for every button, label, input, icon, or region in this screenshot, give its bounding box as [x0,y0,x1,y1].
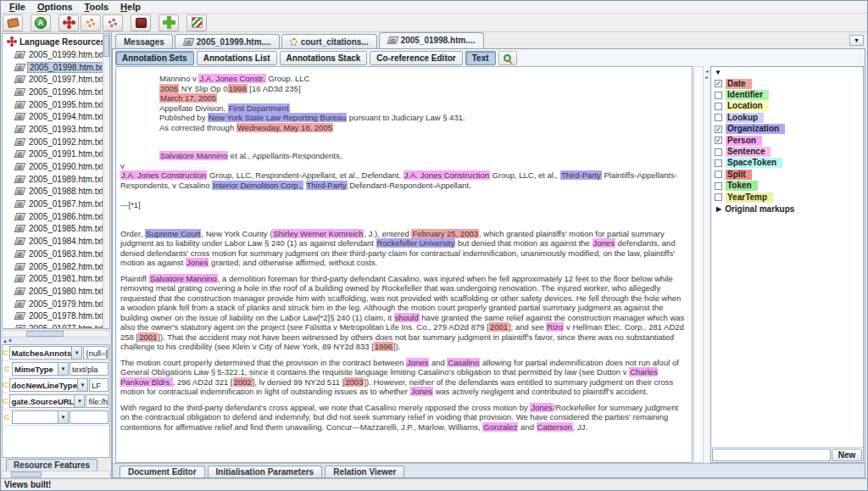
person-annotation[interactable]: Jones [410,387,433,396]
resources-tree[interactable]: Language Resources G2005_01999.htm.txtG2… [2,33,110,329]
person-annotation[interactable]: Jones [406,358,429,367]
organization-annotation[interactable]: Interior Demolition Corp., [212,181,303,190]
new-set-button[interactable]: New [832,449,862,461]
tree-item-2005_01986-htm-txt[interactable]: G2005_01986.htm.txt [3,210,109,223]
type-checkbox[interactable] [715,148,722,156]
tree-item-2005_01994-htm-txt[interactable]: G2005_01994.htm.txt [3,110,109,123]
person-annotation[interactable]: Catterson [537,422,573,432]
date-annotation[interactable]: Wednesday, May 18, 2005 [236,123,333,132]
tab-messages[interactable]: Messages [115,34,173,48]
gate-icon[interactable] [3,14,23,31]
person-annotation[interactable]: Rizo [546,322,564,332]
annotation-type-lookup[interactable]: Lookup [714,112,863,123]
person-annotation[interactable]: Jones [186,258,209,267]
tree-item-2005_01984-htm-txt[interactable]: G2005_01984.htm.txt [3,235,109,248]
tab-relation-viewer[interactable]: Relation Viewer [325,466,404,477]
tree-item-2005_01991-htm-txt[interactable]: G2005_01991.htm.txt [3,148,109,161]
tree-item-2005_01992-htm-txt[interactable]: G2005_01992.htm.txt [3,136,109,148]
annotation-type-location[interactable]: Location [714,101,863,112]
person-annotation[interactable]: J.A. Jones Constr. [198,74,265,83]
plugin-manager-icon[interactable] [159,14,179,31]
annotation-set-expander[interactable]: ▼ [711,67,863,78]
tree-item-2005_01995-htm-txt[interactable]: G2005_01995.htm.txt [3,98,109,111]
original-markups-expander[interactable]: ▶Original markups [714,203,863,215]
annotation-type-person[interactable]: ✓Person [714,135,863,146]
document-text-area[interactable]: Mannino v J.A. Jones Constr. Group, LLC2… [115,66,693,463]
organization-annotation[interactable]: Supreme Court [145,229,201,238]
feature-name-combo[interactable]: MimeType▼ [12,362,69,376]
organization-annotation[interactable]: Third-Party [306,181,348,190]
person-annotation[interactable]: Gonzalez [482,422,518,432]
type-checkbox[interactable]: ✓ [715,80,722,87]
type-checkbox[interactable] [715,114,722,121]
annotation-type-yeartemp[interactable]: YearTemp [714,192,863,203]
tree-item-2005_01983-htm-txt[interactable]: G2005_01983.htm.txt [3,248,109,260]
person-annotation[interactable]: Casalino [447,358,480,367]
person-annotation[interactable]: J.A. Jones Construction [120,170,207,180]
tab-overflow-dropdown[interactable]: ▼ [849,35,864,46]
type-checkbox[interactable] [715,193,722,201]
date-annotation[interactable]: 2001 [138,332,158,342]
date-annotation[interactable]: 2003 [344,377,364,387]
annotation-type-date[interactable]: ✓Date [714,78,863,89]
menu-help[interactable]: Help [114,2,147,12]
annotation-type-sentence[interactable]: Sentence [714,146,863,157]
menu-options[interactable]: Options [31,2,79,12]
type-checkbox[interactable] [715,103,722,110]
annotation-diff-icon[interactable] [186,14,207,31]
date-annotation[interactable]: 1998 [228,84,248,93]
processing-resource-icon[interactable] [81,14,101,31]
annotation-type-split[interactable]: Split [714,169,863,180]
tab-resource-features[interactable]: Resource Features [6,459,97,471]
annotation-panel-splitter[interactable]: ◂▸ [704,66,710,463]
person-annotation[interactable]: Jones [530,403,553,412]
date-annotation[interactable]: 2005 [159,84,179,93]
tree-item-2005_01996-htm-txt[interactable]: G2005_01996.htm.txt [3,86,109,98]
feature-name-combo[interactable]: gate.SourceURL▼ [9,394,86,408]
feature-value-field[interactable]: LF [89,378,108,392]
organization-annotation[interactable]: First Department [228,103,290,113]
annotation-type-organization[interactable]: ✓Organization [714,124,863,135]
menu-tools[interactable]: Tools [79,2,115,12]
tab-2005_01998-htm-[interactable]: G2005_01998.htm.... [379,32,484,48]
tab-initialisation-parameters[interactable]: Initialisation Parameters [208,466,323,477]
tree-item-2005_01978-htm-txt[interactable]: G2005_01978.htm.txt [3,310,109,322]
menu-file[interactable]: File [3,2,31,12]
type-checkbox[interactable] [715,159,722,167]
person-annotation[interactable]: should [394,313,420,322]
annotations-stack-button[interactable]: Annotations Stack [280,51,368,65]
tab-2005_01999-htm-[interactable]: G2005_01999.htm.... [175,34,280,48]
feature-value-field[interactable]: {null=[ [83,346,108,360]
date-annotation[interactable]: March 17, 2005 [159,93,217,103]
features-horizontal-scrollbar[interactable] [2,471,110,478]
tree-item-2005_01999-htm-txt[interactable]: G2005_01999.htm.txt [3,48,109,61]
tree-item-2005_01977-htm-txt[interactable]: G2005_01977.htm.txt [3,322,109,329]
tree-vertical-scrollbar[interactable] [103,34,109,328]
co-reference-editor-button[interactable]: Co-reference Editor [370,51,462,65]
feature-name-combo[interactable]: ▼ [12,410,69,424]
tree-item-2005_01998-htm-txt[interactable]: G2005_01998.htm.txt [3,61,109,74]
tree-item-2005_01989-htm-txt[interactable]: G2005_01989.htm.txt [3,173,109,186]
application-icon[interactable] [103,14,123,31]
organization-annotation[interactable]: New York State Law Reporting Bureau [208,113,347,122]
tree-item-2005_01990-htm-txt[interactable]: G2005_01990.htm.txt [3,160,109,173]
person-annotation[interactable]: Jones [593,238,615,248]
tree-item-2005_01980-htm-txt[interactable]: G2005_01980.htm.txt [3,285,109,298]
date-annotation[interactable]: 2002 [233,377,253,387]
type-checkbox[interactable] [715,92,722,99]
tree-item-2005_01997-htm-txt[interactable]: G2005_01997.htm.txt [3,73,109,86]
tree-item-2005_01987-htm-txt[interactable]: G2005_01987.htm.txt [3,198,109,210]
person-annotation[interactable]: Salvatore Mannino [159,151,228,160]
organization-annotation[interactable]: Rockefeller University [376,238,456,248]
feature-name-combo[interactable]: docNewLineType▼ [9,378,88,392]
search-button[interactable] [498,51,517,65]
type-checkbox[interactable]: ✓ [715,126,722,133]
annotation-sets-button[interactable]: Annotation Sets [115,51,194,65]
organization-annotation[interactable]: Third-Party [560,170,602,180]
text-button[interactable]: Text [465,51,496,65]
feature-value-field[interactable] [70,410,108,424]
type-checkbox[interactable] [715,170,722,178]
annie-icon[interactable]: A [31,14,51,31]
tree-item-2005_01993-htm-txt[interactable]: G2005_01993.htm.txt [3,123,109,136]
date-annotation[interactable]: 1996 [374,342,393,351]
